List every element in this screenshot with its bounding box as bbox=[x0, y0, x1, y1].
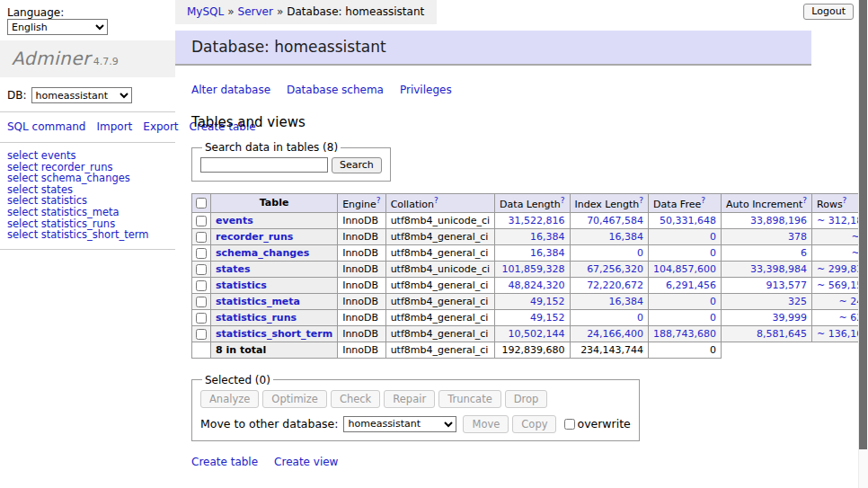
table-name-link[interactable]: statistics_runs bbox=[216, 312, 297, 324]
column-header-label: Index Length bbox=[575, 199, 640, 210]
truncate-button[interactable]: Truncate bbox=[438, 390, 501, 408]
row-check-cell bbox=[192, 212, 211, 228]
row-checkbox[interactable] bbox=[196, 280, 207, 291]
auto-increment-cell: 39,999 bbox=[722, 309, 812, 325]
move-database-select[interactable]: homeassistant bbox=[343, 416, 456, 432]
scrollbar-track[interactable] bbox=[858, 0, 868, 488]
data-length-cell: 48,824,320 bbox=[495, 277, 570, 293]
search-button[interactable]: Search bbox=[332, 157, 382, 173]
collation-cell: utf8mb4_unicode_ci bbox=[385, 261, 494, 277]
column-help-link[interactable]: ? bbox=[376, 196, 381, 205]
table-name-link[interactable]: schema_changes bbox=[216, 247, 309, 259]
repair-button[interactable]: Repair bbox=[384, 390, 435, 408]
db-select[interactable]: homeassistant bbox=[31, 87, 132, 103]
table-name-link[interactable]: statistics_meta bbox=[216, 296, 300, 307]
column-header-data-length: Data Length? bbox=[495, 194, 570, 213]
breadcrumb-separator: » bbox=[227, 5, 234, 18]
table-name-link[interactable]: statistics_short_term bbox=[216, 328, 332, 340]
total-data-free-cell: 0 bbox=[649, 342, 722, 358]
data-free-cell: 0 bbox=[649, 228, 722, 244]
index-length-cell: 16,384 bbox=[570, 228, 649, 244]
row-checkbox[interactable] bbox=[196, 264, 207, 275]
column-header-label: Engine bbox=[342, 199, 376, 210]
row-checkbox[interactable] bbox=[196, 216, 207, 226]
scrollbar-thumb[interactable] bbox=[859, 0, 867, 449]
sidebar-action-sql-command[interactable]: SQL command bbox=[7, 120, 85, 133]
language-select[interactable]: English bbox=[7, 19, 108, 35]
sidebar-table-links: select eventsselect recorder_runsselect … bbox=[0, 143, 175, 249]
table-row: statesInnoDButf8mb4_unicode_ci101,859,32… bbox=[192, 261, 868, 277]
table-row: statistics_short_termInnoDButf8mb4_gener… bbox=[192, 325, 868, 342]
create-link-create-table[interactable]: Create table bbox=[191, 456, 258, 468]
check-button[interactable]: Check bbox=[331, 390, 380, 408]
index-length-cell: 67,256,320 bbox=[570, 261, 649, 277]
create-links: Create tableCreate view bbox=[191, 456, 858, 468]
copy-button[interactable]: Copy bbox=[512, 415, 556, 433]
select-all-checkbox[interactable] bbox=[196, 198, 207, 209]
row-checkbox[interactable] bbox=[196, 232, 207, 243]
selected-legend: Selected (0) bbox=[202, 374, 273, 386]
column-help-link[interactable]: ? bbox=[639, 196, 643, 205]
column-header-index-length: Index Length? bbox=[570, 194, 649, 213]
sidebar-item-select-statistics-short-term[interactable]: select statistics_short_term bbox=[7, 229, 168, 241]
column-help-link[interactable]: ? bbox=[434, 196, 438, 205]
auto-increment-cell: 325 bbox=[722, 293, 812, 309]
brand-band: Adminer4.7.9 bbox=[0, 40, 175, 77]
engine-cell: InnoDB bbox=[338, 228, 385, 244]
row-check-cell bbox=[192, 309, 211, 325]
data-length-cell: 31,522,816 bbox=[495, 212, 570, 228]
table-row: eventsInnoDButf8mb4_unicode_ci31,522,816… bbox=[192, 212, 868, 228]
column-help-link[interactable]: ? bbox=[802, 196, 807, 205]
table-header-row: TableEngine?Collation?Data Length?Index … bbox=[192, 194, 868, 213]
table-row: statistics_metaInnoDButf8mb4_general_ci4… bbox=[192, 293, 868, 309]
move-button[interactable]: Move bbox=[463, 415, 509, 433]
page-title: Database: homeassistant bbox=[175, 31, 811, 66]
sidebar-action-export[interactable]: Export bbox=[143, 120, 178, 133]
row-checkbox[interactable] bbox=[196, 297, 207, 307]
sidebar-item-select-statistics-meta[interactable]: select statistics_meta bbox=[7, 207, 168, 218]
db-link-alter-database[interactable]: Alter database bbox=[191, 84, 270, 96]
column-help-link[interactable]: ? bbox=[843, 196, 847, 205]
optimize-button[interactable]: Optimize bbox=[262, 390, 327, 408]
db-link-database-schema[interactable]: Database schema bbox=[287, 84, 384, 96]
column-header-label: Auto Increment bbox=[726, 199, 802, 210]
collation-cell: utf8mb4_general_ci bbox=[385, 293, 494, 309]
sidebar-item-select-events[interactable]: select events bbox=[7, 150, 168, 162]
breadcrumb-item-server[interactable]: Server bbox=[238, 5, 273, 18]
logout-button[interactable]: Logout bbox=[803, 4, 854, 20]
create-link-create-view[interactable]: Create view bbox=[274, 456, 338, 468]
search-legend: Search data in tables (8) bbox=[202, 141, 341, 154]
column-help-link[interactable]: ? bbox=[701, 196, 705, 205]
total-engine-cell: InnoDB bbox=[338, 342, 385, 358]
breadcrumb-item-mysql[interactable]: MySQL bbox=[187, 5, 224, 18]
sidebar-action-import[interactable]: Import bbox=[96, 120, 132, 133]
table-name-link[interactable]: statistics bbox=[216, 279, 267, 291]
sidebar-item-select-schema-changes[interactable]: select schema_changes bbox=[7, 173, 168, 184]
data-free-cell: 188,743,680 bbox=[649, 325, 722, 342]
data-length-cell: 49,152 bbox=[495, 309, 570, 325]
language-label: Language: bbox=[7, 6, 64, 19]
row-check-cell bbox=[192, 325, 211, 342]
row-checkbox[interactable] bbox=[196, 313, 207, 324]
table-name-link[interactable]: states bbox=[216, 263, 251, 275]
analyze-button[interactable]: Analyze bbox=[200, 390, 259, 408]
column-help-link[interactable]: ? bbox=[561, 196, 565, 205]
column-header-label: Data Length bbox=[500, 199, 561, 210]
row-checkbox[interactable] bbox=[196, 329, 207, 340]
total-data-length-cell: 192,839,680 bbox=[495, 342, 570, 358]
table-total-row: 8 in totalInnoDButf8mb4_general_ci192,83… bbox=[192, 342, 868, 358]
adminer-version: 4.7.9 bbox=[93, 56, 119, 67]
search-input[interactable] bbox=[200, 157, 328, 173]
overwrite-checkbox[interactable] bbox=[564, 419, 575, 430]
breadcrumb: MySQL»Server»Database: homeassistant bbox=[175, 0, 437, 24]
drop-button[interactable]: Drop bbox=[505, 390, 548, 408]
row-check-cell bbox=[192, 293, 211, 309]
db-link-privileges[interactable]: Privileges bbox=[400, 84, 452, 96]
collation-cell: utf8mb4_general_ci bbox=[385, 228, 494, 244]
overwrite-option[interactable]: overwrite bbox=[564, 417, 630, 430]
table-name-link[interactable]: recorder_runs bbox=[216, 231, 293, 243]
column-header-table: Table bbox=[211, 194, 338, 213]
table-name-link[interactable]: events bbox=[216, 215, 253, 226]
row-checkbox[interactable] bbox=[196, 248, 207, 259]
select-all-cell bbox=[192, 194, 211, 213]
